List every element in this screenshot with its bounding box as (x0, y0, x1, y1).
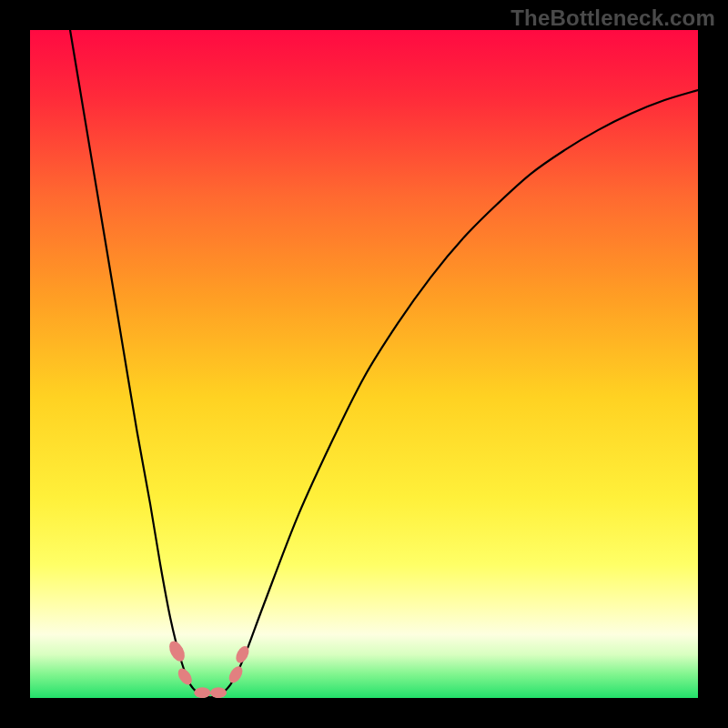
plot-area (30, 30, 698, 698)
chart-frame: TheBottleneck.com (0, 0, 728, 728)
marker-3 (194, 687, 210, 698)
watermark-text: TheBottleneck.com (511, 5, 715, 31)
marker-4 (210, 687, 227, 698)
chart-svg (30, 30, 698, 698)
